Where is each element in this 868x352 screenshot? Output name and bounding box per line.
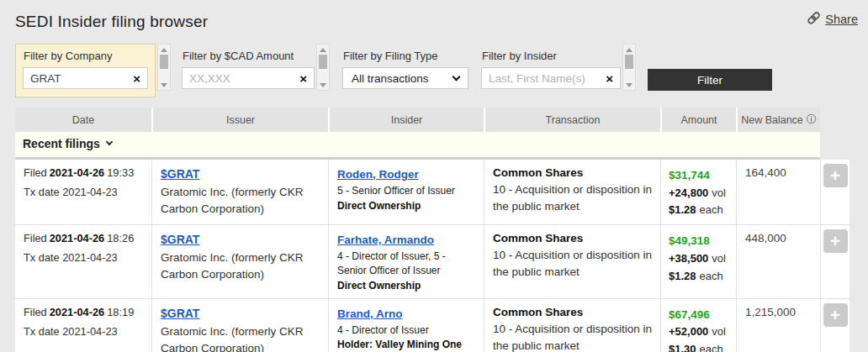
amount-filter-box: × xyxy=(182,67,315,89)
new-balance-cell: 1,215,000 xyxy=(736,299,820,352)
recent-filings-toggle[interactable]: Recent filings xyxy=(15,132,820,160)
ownership-type: Direct Ownership xyxy=(337,279,477,293)
transaction-type: 10 - Acquisition or disposition in the p… xyxy=(493,247,654,281)
new-balance-label: New Balance xyxy=(741,114,803,126)
filing-type-selected-value: All transactions xyxy=(352,72,429,85)
company-filter-scrollbar[interactable] xyxy=(157,44,171,91)
insider-link[interactable]: Farhate, Armando xyxy=(337,234,434,246)
security-type: Common Shares xyxy=(493,232,654,244)
company-clear-icon[interactable]: × xyxy=(133,72,140,85)
expand-cell: + xyxy=(820,225,849,297)
price-line: $1.28each xyxy=(669,268,734,286)
recent-filings-label: Recent filings xyxy=(23,137,100,150)
insider-link[interactable]: Roden, Rodger xyxy=(337,168,419,181)
chevron-down-icon xyxy=(106,139,113,145)
amount-cell: $31,744 +24,800vol $1.28each xyxy=(660,160,736,224)
insider-filter-input[interactable] xyxy=(489,72,601,85)
column-header-amount: Amount xyxy=(660,108,736,132)
amount-filter-input[interactable] xyxy=(189,72,295,85)
link-icon xyxy=(807,11,821,28)
transaction-cell: Common Shares 10 - Acquisition or dispos… xyxy=(484,225,660,297)
ticker-link[interactable]: $GRAT xyxy=(161,233,199,246)
scroll-up-icon[interactable] xyxy=(320,48,326,52)
company-filter-panel: Filter by Company × xyxy=(15,44,156,97)
column-header-new-balance: New Balance ⓘ xyxy=(736,108,820,132)
expand-cell: + xyxy=(820,160,849,224)
scroll-up-icon[interactable] xyxy=(161,48,167,52)
insider-roles: 4 - Director of Issuer xyxy=(337,323,477,338)
tx-date: Tx date 2021-04-23 xyxy=(24,186,150,198)
price-line: $1.30each xyxy=(669,341,734,352)
table-row: Filed2021-04-2618:19 Tx date 2021-04-23 … xyxy=(15,299,849,352)
filed-line: Filed2021-04-2619:33 xyxy=(24,166,150,179)
filing-type-filter-group: Filter by Filing Type All transactions xyxy=(342,44,468,89)
tx-date: Tx date 2021-04-23 xyxy=(24,325,150,338)
amount-filter-scrollbar[interactable] xyxy=(316,44,330,91)
date-cell: Filed2021-04-2618:19 Tx date 2021-04-23 xyxy=(15,299,151,352)
scrollbar-thumb[interactable] xyxy=(625,55,633,69)
date-cell: Filed2021-04-2618:26 Tx date 2021-04-23 xyxy=(15,225,151,297)
ticker-link[interactable]: $GRAT xyxy=(161,307,199,320)
filings-table: Date Issuer Insider Transaction Amount N… xyxy=(15,108,868,352)
scroll-down-icon[interactable] xyxy=(161,83,167,87)
expand-row-button[interactable]: + xyxy=(823,303,848,327)
volume-line: +24,800vol xyxy=(669,185,734,202)
amount-value: $49,318 xyxy=(669,232,734,250)
security-type: Common Shares xyxy=(493,166,654,179)
scroll-down-icon[interactable] xyxy=(320,83,326,87)
amount-clear-icon[interactable]: × xyxy=(299,72,307,85)
insider-roles: 4 - Director of Issuer, 5 - Senior Offic… xyxy=(337,250,477,278)
column-header-issuer: Issuer xyxy=(151,108,328,132)
chevron-down-icon xyxy=(453,72,461,81)
expand-cell: + xyxy=(820,299,849,352)
issuer-cell: $GRAT Gratomic Inc. (formerly CKR Carbon… xyxy=(151,160,328,224)
date-cell: Filed2021-04-2619:33 Tx date 2021-04-23 xyxy=(15,160,151,224)
table-header-row: Date Issuer Insider Transaction Amount N… xyxy=(15,108,820,132)
new-balance-cell: 448,000 xyxy=(736,225,820,297)
insider-cell: Brand, Arno 4 - Director of Issuer Holde… xyxy=(328,299,484,352)
issuer-name: Gratomic Inc. (formerly CKR Carbon Corpo… xyxy=(161,184,321,218)
issuer-name: Gratomic Inc. (formerly CKR Carbon Corpo… xyxy=(161,323,321,352)
security-type: Common Shares xyxy=(493,306,654,318)
filter-submit-button[interactable]: Filter xyxy=(648,69,772,91)
company-filter-label: Filter by Company xyxy=(24,50,148,62)
amount-filter-group: Filter by $CAD Amount × xyxy=(182,44,315,89)
scrollbar-thumb[interactable] xyxy=(160,55,168,69)
insider-filter-box: × xyxy=(481,67,621,89)
share-label: Share xyxy=(825,13,858,26)
top-bar: SEDI Insider filing browser Share xyxy=(0,0,868,40)
ownership-type: Holder: Valley Mining One Corp. (Indirec… xyxy=(337,338,477,352)
page-title: SEDI Insider filing browser xyxy=(15,13,853,31)
new-balance-cell: 164,400 xyxy=(736,160,820,224)
amount-value: $67,496 xyxy=(669,306,734,324)
scroll-up-icon[interactable] xyxy=(626,48,632,52)
issuer-cell: $GRAT Gratomic Inc. (formerly CKR Carbon… xyxy=(151,225,328,297)
insider-roles: 5 - Senior Officer of Issuer xyxy=(337,184,477,198)
scroll-down-icon[interactable] xyxy=(626,83,632,87)
volume-line: +38,500vol xyxy=(669,250,734,268)
filed-line: Filed2021-04-2618:26 xyxy=(24,232,150,244)
transaction-type: 10 - Acquisition or disposition in the p… xyxy=(493,181,654,216)
share-button[interactable]: Share xyxy=(807,11,858,28)
column-header-insider: Insider xyxy=(328,108,484,132)
expand-row-button[interactable]: + xyxy=(823,229,848,253)
column-header-transaction: Transaction xyxy=(484,108,660,132)
transaction-cell: Common Shares 10 - Acquisition or dispos… xyxy=(484,299,660,352)
company-filter-input[interactable] xyxy=(30,72,129,85)
insider-link[interactable]: Brand, Arno xyxy=(337,307,403,320)
tx-date: Tx date 2021-04-23 xyxy=(24,251,150,264)
insider-filter-group: Filter by Insider × xyxy=(481,44,621,89)
volume-line: +52,000vol xyxy=(669,323,734,341)
insider-filter-label: Filter by Insider xyxy=(482,50,621,62)
filing-type-select[interactable]: All transactions xyxy=(342,67,468,89)
info-icon[interactable]: ⓘ xyxy=(807,113,817,127)
price-line: $1.28each xyxy=(669,202,734,219)
ticker-link[interactable]: $GRAT xyxy=(161,167,199,181)
expand-row-button[interactable]: + xyxy=(823,164,848,187)
scrollbar-thumb[interactable] xyxy=(319,55,327,69)
insider-filter-scrollbar[interactable] xyxy=(622,44,636,91)
transaction-type: 10 - Acquisition or disposition in the p… xyxy=(493,321,654,352)
amount-value: $31,744 xyxy=(669,166,734,185)
ownership-type: Direct Ownership xyxy=(337,199,477,213)
insider-clear-icon[interactable]: × xyxy=(606,72,613,85)
